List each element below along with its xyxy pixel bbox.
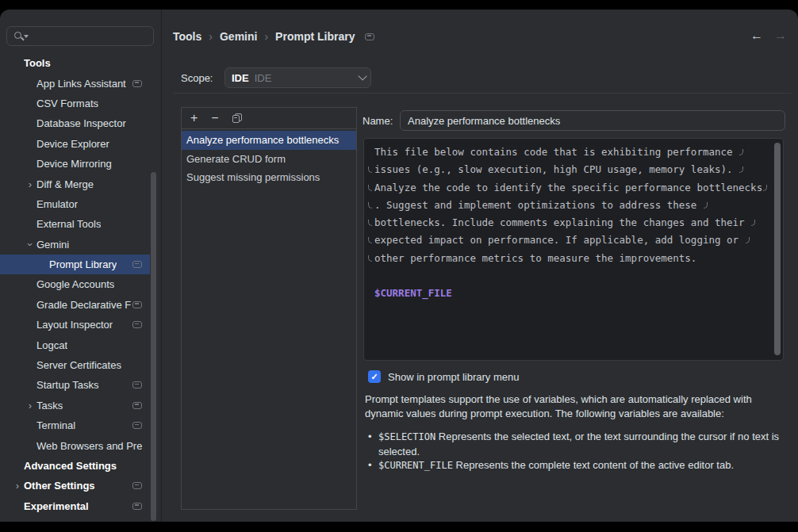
variable-name: $CURRENT_FILE xyxy=(378,460,453,471)
chevron-icon[interactable]: › xyxy=(11,480,24,491)
show-in-menu-label: Show in prompt library menu xyxy=(388,371,519,383)
add-prompt-button[interactable]: + xyxy=(190,112,198,124)
sidebar-item-other-settings[interactable]: › Other Settings xyxy=(0,476,150,496)
prompt-item-analyze-performance-bottlenecks[interactable]: Analyze performance bottlenecks xyxy=(182,131,356,150)
sidebar-item-server-certificates[interactable]: Server Certificates xyxy=(0,355,150,375)
ide-setting-icon xyxy=(132,503,142,510)
sidebar-item-tasks[interactable]: › Tasks xyxy=(0,396,150,415)
sidebar-item-external-tools[interactable]: External Tools xyxy=(0,214,150,234)
chevron-icon[interactable]: › xyxy=(24,400,36,411)
soft-wrap-end-icon xyxy=(739,149,743,155)
sidebar-item-csv-formats[interactable]: CSV Formats xyxy=(0,94,150,113)
soft-wrap-start-icon xyxy=(368,202,372,209)
sidebar-item-device-mirroring[interactable]: Device Mirroring xyxy=(0,154,150,174)
editor-line xyxy=(367,267,769,285)
variable-name: $SELECTION xyxy=(378,431,435,442)
soft-wrap-start-icon xyxy=(368,166,372,173)
settings-search-input[interactable] xyxy=(6,26,154,46)
settings-dialog: Tools App Links Assistant CSV Formats Da… xyxy=(0,10,798,522)
sidebar-item-experimental[interactable]: Experimental xyxy=(0,496,150,516)
sidebar-item-terminal[interactable]: Terminal xyxy=(0,415,150,435)
soft-wrap-start-icon xyxy=(368,220,372,226)
prompt-item-suggest-missing-permissions[interactable]: Suggest missing permissions xyxy=(182,168,356,187)
chevron-icon[interactable]: › xyxy=(25,238,36,251)
show-in-menu-option[interactable]: ✓ Show in prompt library menu xyxy=(368,368,519,385)
editor-line: expected impact on performance. If appli… xyxy=(367,232,769,249)
ide-setting-icon xyxy=(132,261,142,268)
sidebar-item-tools[interactable]: Tools xyxy=(0,53,150,73)
sidebar-item-startup-tasks[interactable]: Startup Tasks xyxy=(0,375,150,395)
soft-wrap-start-icon xyxy=(368,237,372,243)
sidebar-item-gemini[interactable]: › Gemini xyxy=(0,235,150,255)
ide-setting-icon xyxy=(132,381,142,388)
chevron-down-icon xyxy=(358,71,366,80)
breadcrumb-gemini[interactable]: Gemini xyxy=(220,30,257,43)
soft-wrap-start-icon xyxy=(368,255,372,262)
prompt-text-editor[interactable]: This file below contains code that is ex… xyxy=(363,138,784,361)
soft-wrap-end-icon xyxy=(763,185,767,191)
sidebar-item-diff-merge[interactable]: › Diff & Merge xyxy=(0,174,150,193)
sidebar-item-gradle-declarative-f[interactable]: Gradle Declarative F xyxy=(0,295,150,315)
checkbox-checked-icon[interactable]: ✓ xyxy=(368,370,381,383)
editor-line: . Suggest and implement optimizations to… xyxy=(367,197,769,214)
ide-setting-icon xyxy=(132,482,142,489)
section-divider xyxy=(173,93,792,94)
editor-line: other performance metrics to measure the… xyxy=(367,250,769,267)
settings-tree: Tools App Links Assistant CSV Formats Da… xyxy=(0,53,150,516)
settings-content: Tools › Gemini › Prompt Library ← → Scop… xyxy=(162,10,798,522)
editor-line: Analyze the code to identify the specifi… xyxy=(367,179,769,197)
variable-entry-current-file: $CURRENT_FILE Represents the complete te… xyxy=(368,458,792,473)
ide-setting-icon xyxy=(132,301,142,308)
variables-list: $SELECTION Represents the selected text,… xyxy=(368,430,792,473)
back-arrow-icon[interactable]: ← xyxy=(750,29,763,43)
breadcrumb-tools[interactable]: Tools xyxy=(173,30,201,43)
sidebar-item-google-accounts[interactable]: Google Accounts xyxy=(0,274,150,294)
scope-label: Scope: xyxy=(181,72,224,84)
scope-value-hint: IDE xyxy=(255,72,272,84)
sidebar-item-advanced-settings[interactable]: Advanced Settings xyxy=(0,456,150,476)
soft-wrap-end-icon xyxy=(746,237,750,243)
breadcrumb: Tools › Gemini › Prompt Library xyxy=(173,30,374,43)
ide-setting-icon xyxy=(132,321,142,328)
sidebar-item-database-inspector[interactable]: Database Inspector xyxy=(0,113,150,133)
prompt-list: Analyze performance bottlenecksGenerate … xyxy=(182,129,356,187)
editor-line: This file below contains code that is ex… xyxy=(367,144,769,161)
editor-scrollbar[interactable] xyxy=(774,143,781,355)
variable-entry-selection: $SELECTION Represents the selected text,… xyxy=(368,430,792,458)
ide-setting-icon xyxy=(132,80,142,87)
prompt-list-panel: + − Analyze performance bottlenecksGener… xyxy=(181,107,357,510)
prompt-name-input[interactable] xyxy=(400,110,785,131)
variables-help-text: Prompt templates support the use of vari… xyxy=(365,392,788,420)
prompt-list-toolbar: + − xyxy=(182,108,356,129)
chevron-icon[interactable]: › xyxy=(24,179,36,189)
remove-prompt-button[interactable]: − xyxy=(211,112,218,124)
breadcrumb-separator-icon: › xyxy=(209,30,213,43)
duplicate-prompt-button[interactable] xyxy=(232,113,243,124)
breadcrumb-separator-icon: › xyxy=(264,30,268,43)
breadcrumb-prompt-library: Prompt Library xyxy=(275,30,355,43)
sidebar-item-app-links-assistant[interactable]: App Links Assistant xyxy=(0,73,150,93)
soft-wrap-start-icon xyxy=(368,185,372,191)
soft-wrap-end-icon xyxy=(751,220,755,226)
sidebar-scrollbar[interactable] xyxy=(151,172,156,521)
scope-dropdown[interactable]: IDE IDE xyxy=(224,67,371,88)
sidebar-item-logcat[interactable]: Logcat xyxy=(0,335,150,354)
scope-value: IDE xyxy=(232,72,249,84)
sidebar-item-prompt-library[interactable]: Prompt Library xyxy=(0,255,150,274)
ide-setting-icon xyxy=(365,33,374,40)
sidebar-item-web-browsers-and-pre[interactable]: Web Browsers and Pre xyxy=(0,435,150,455)
search-icon xyxy=(13,30,26,43)
ide-setting-icon xyxy=(132,422,142,429)
sidebar-item-layout-inspector[interactable]: Layout Inspector xyxy=(0,315,150,335)
soft-wrap-end-icon xyxy=(704,202,708,209)
forward-arrow-icon: → xyxy=(774,29,787,43)
sidebar-item-emulator[interactable]: Emulator xyxy=(0,194,150,214)
soft-wrap-end-icon xyxy=(739,166,743,173)
ide-setting-icon xyxy=(132,402,142,409)
name-label: Name: xyxy=(363,115,400,127)
settings-sidebar: Tools App Links Assistant CSV Formats Da… xyxy=(0,10,162,522)
prompt-item-generate-crud-form[interactable]: Generate CRUD form xyxy=(182,150,356,169)
sidebar-item-device-explorer[interactable]: Device Explorer xyxy=(0,134,150,154)
editor-line: issues (e.g., slow execution, high CPU u… xyxy=(367,161,769,178)
editor-line: bottlenecks. Include comments explaining… xyxy=(367,214,769,232)
